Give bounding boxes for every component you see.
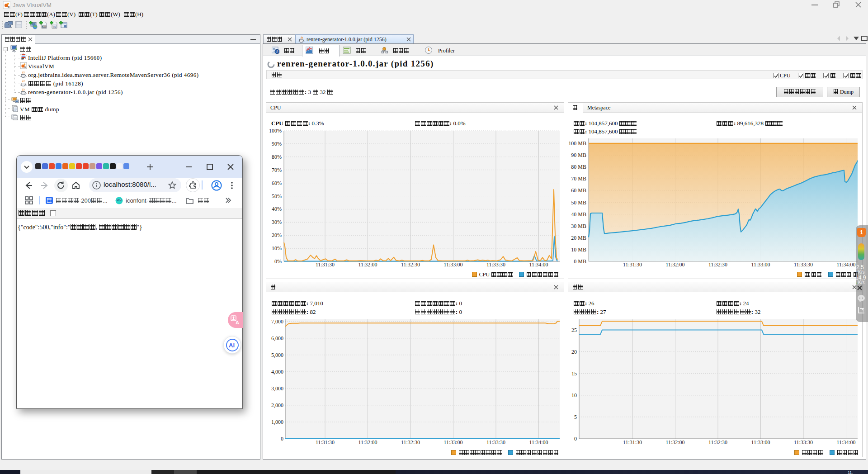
svg-text:11:33:30: 11:33:30 bbox=[486, 439, 505, 446]
svg-text:20 MB: 20 MB bbox=[571, 235, 586, 241]
svg-text:50%: 50% bbox=[272, 193, 282, 199]
svg-text:3,000: 3,000 bbox=[271, 385, 283, 392]
svg-text:Ai: Ai bbox=[229, 342, 235, 349]
svg-text:40 MB: 40 MB bbox=[571, 211, 586, 218]
svg-text:70 MB: 70 MB bbox=[571, 175, 586, 182]
svg-text:40%: 40% bbox=[272, 206, 282, 212]
svg-text:11:31:30: 11:31:30 bbox=[623, 439, 642, 446]
svg-text:11:31:30: 11:31:30 bbox=[316, 439, 335, 446]
svg-text:10%: 10% bbox=[272, 245, 282, 251]
svg-text:11:32:30: 11:32:30 bbox=[401, 261, 420, 268]
svg-text:11:32:30: 11:32:30 bbox=[708, 261, 727, 268]
svg-text:50 MB: 50 MB bbox=[571, 199, 586, 206]
svg-text:11:31:30: 11:31:30 bbox=[623, 261, 642, 268]
svg-text:11:33:00: 11:33:00 bbox=[751, 439, 770, 446]
svg-text:11:32:30: 11:32:30 bbox=[401, 439, 420, 446]
svg-text:11:33:00: 11:33:00 bbox=[443, 439, 462, 446]
svg-text:0 MB: 0 MB bbox=[574, 258, 586, 265]
svg-text:11:32:00: 11:32:00 bbox=[665, 261, 684, 268]
svg-text:20%: 20% bbox=[272, 232, 282, 238]
svg-text:11:32:00: 11:32:00 bbox=[358, 261, 377, 268]
svg-text:100 MB: 100 MB bbox=[568, 140, 586, 147]
svg-text:100%: 100% bbox=[269, 128, 282, 134]
svg-text:5: 5 bbox=[574, 414, 577, 420]
svg-text:10 MB: 10 MB bbox=[571, 246, 586, 253]
svg-text:10: 10 bbox=[571, 392, 577, 398]
svg-text:11:33:00: 11:33:00 bbox=[751, 261, 770, 268]
svg-text:80 MB: 80 MB bbox=[571, 164, 586, 170]
svg-text:11:32:00: 11:32:00 bbox=[665, 439, 684, 446]
svg-text:4,000: 4,000 bbox=[271, 369, 283, 375]
svg-text:11:33:30: 11:33:30 bbox=[486, 261, 505, 268]
svg-text:80%: 80% bbox=[272, 154, 282, 160]
svg-text:90 MB: 90 MB bbox=[571, 152, 586, 158]
svg-text:30%: 30% bbox=[272, 219, 282, 225]
svg-text:6,000: 6,000 bbox=[271, 335, 283, 341]
svg-text:0: 0 bbox=[574, 436, 577, 442]
svg-text:11:34:00: 11:34:00 bbox=[836, 439, 855, 446]
svg-text:60%: 60% bbox=[272, 180, 282, 186]
svg-text:0: 0 bbox=[281, 436, 283, 442]
svg-text:60 MB: 60 MB bbox=[571, 187, 586, 194]
svg-text:11:33:00: 11:33:00 bbox=[443, 261, 462, 268]
svg-text:11:32:30: 11:32:30 bbox=[708, 439, 727, 446]
svg-text:01: 01 bbox=[53, 26, 56, 28]
svg-text:A: A bbox=[236, 320, 239, 325]
svg-text:11:34:00: 11:34:00 bbox=[529, 439, 548, 446]
svg-text:JMX: JMX bbox=[42, 25, 46, 28]
svg-text:5,000: 5,000 bbox=[271, 352, 283, 358]
svg-text:7,000: 7,000 bbox=[271, 318, 283, 325]
svg-text:90%: 90% bbox=[272, 141, 282, 147]
svg-text:11:33:30: 11:33:30 bbox=[794, 261, 813, 268]
svg-text:70%: 70% bbox=[272, 167, 282, 173]
svg-text:11:33:30: 11:33:30 bbox=[794, 439, 813, 446]
svg-text:25: 25 bbox=[571, 327, 577, 333]
svg-text:11:31:30: 11:31:30 bbox=[316, 261, 335, 268]
svg-text:0%: 0% bbox=[274, 258, 282, 265]
svg-text:11:34:00: 11:34:00 bbox=[836, 261, 855, 268]
svg-text:2,000: 2,000 bbox=[271, 402, 283, 408]
svg-text:15: 15 bbox=[571, 370, 577, 377]
svg-text:11:32:00: 11:32:00 bbox=[358, 439, 377, 446]
svg-text:11:34:00: 11:34:00 bbox=[529, 261, 548, 268]
svg-text:30 MB: 30 MB bbox=[571, 223, 586, 229]
svg-text:1,000: 1,000 bbox=[271, 419, 283, 425]
svg-text:20: 20 bbox=[571, 349, 577, 355]
